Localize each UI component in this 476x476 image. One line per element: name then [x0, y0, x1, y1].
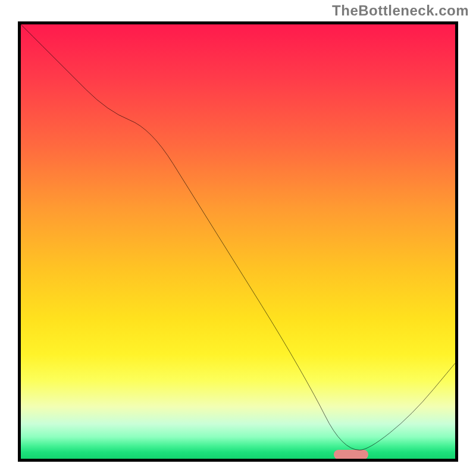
chart-container: TheBottleneck.com: [0, 0, 476, 476]
plot-area: [18, 21, 458, 462]
bottleneck-curve: [21, 24, 455, 450]
bottleneck-curve-svg: [21, 24, 455, 459]
attribution-label: TheBottleneck.com: [332, 2, 469, 19]
